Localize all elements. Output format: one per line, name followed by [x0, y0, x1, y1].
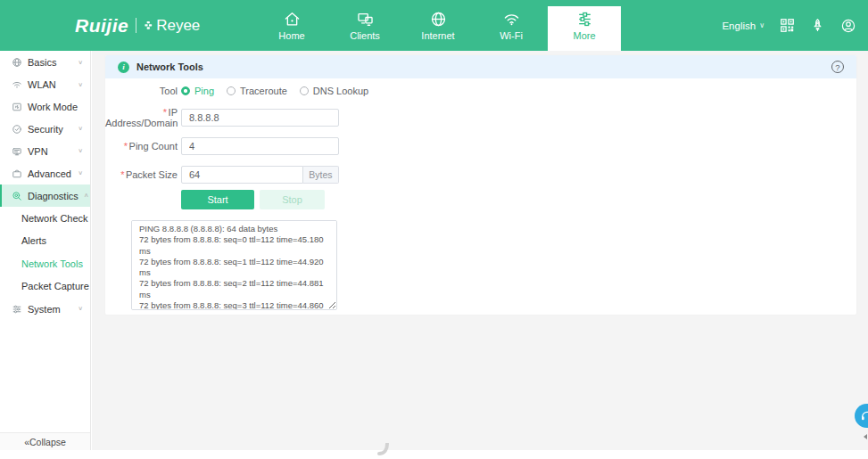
nav-tab-more[interactable]: More: [548, 0, 621, 51]
sidebar-item-label: Packet Capture: [21, 281, 89, 291]
packet-size-label: Packet Size: [126, 169, 178, 180]
briefcase-icon: [12, 168, 22, 179]
sidebar-item-security[interactable]: Security ∨: [0, 118, 90, 140]
language-selector[interactable]: English ∨: [722, 20, 765, 31]
nav-tab-label: Wi-Fi: [500, 30, 523, 41]
nav-tab-wifi[interactable]: Wi-Fi: [475, 0, 548, 51]
bytes-unit-addon: Bytes: [303, 166, 339, 184]
ip-address-label: IP Address/Domain: [105, 107, 178, 128]
sidebar-item-label: WLAN: [28, 79, 56, 90]
radio-checked-icon: [181, 86, 190, 95]
main-nav: Home Clients Internet Wi-Fi: [255, 0, 621, 51]
brand-logo: Ruijie Reyee: [75, 0, 200, 51]
magnifier-icon: [12, 191, 22, 201]
required-marker: *: [120, 169, 124, 180]
stop-button[interactable]: Stop: [260, 190, 325, 209]
packet-size-row: *Packet Size Bytes: [105, 166, 339, 184]
sidebar-item-label: Basics: [28, 57, 56, 68]
sidebar-item-alerts[interactable]: Alerts: [0, 230, 90, 253]
sidebar-item-vpn[interactable]: VPN ∨: [0, 140, 90, 162]
work-mode-icon: [12, 102, 22, 112]
nav-tab-clients[interactable]: Clients: [328, 0, 401, 51]
sidebar: Basics ∨ WLAN ∨ Work Mode Security ∨ VPN…: [0, 51, 91, 450]
ping-count-row: *Ping Count: [105, 137, 339, 155]
top-navbar: Ruijie Reyee Home Clients: [0, 0, 868, 51]
navbar-utilities: English ∨: [722, 0, 856, 51]
chevron-down-icon: ∨: [78, 81, 83, 87]
radio-dns-lookup[interactable]: DNS Lookup: [300, 86, 368, 96]
required-marker: *: [123, 141, 127, 152]
headset-icon: [860, 409, 868, 423]
info-icon: i: [118, 61, 129, 73]
reyee-hive-icon: [144, 20, 153, 30]
panel-header: i Network Tools ?: [105, 55, 856, 78]
qr-code-icon[interactable]: [780, 18, 795, 33]
globe-icon: [12, 57, 22, 68]
language-label: English: [722, 20, 756, 31]
chevron-down-icon: ∨: [78, 148, 83, 154]
nav-tab-home[interactable]: Home: [255, 0, 328, 51]
nav-tab-label: Clients: [350, 30, 380, 41]
chevron-up-icon: ∧: [84, 193, 89, 199]
sliders-icon: [12, 304, 22, 315]
router-admin-screen: Ruijie Reyee Home Clients: [0, 0, 868, 459]
logo-divider: [136, 18, 136, 33]
ruijie-wordmark: Ruijie: [75, 15, 128, 37]
account-icon[interactable]: [840, 18, 856, 34]
collapse-widget-arrow-icon[interactable]: [861, 434, 867, 439]
sidebar-item-label: Work Mode: [28, 102, 78, 112]
ip-address-row: *IP Address/Domain: [105, 109, 339, 127]
required-marker: *: [162, 107, 166, 118]
sidebar-item-label: Security: [28, 124, 63, 135]
collapse-button[interactable]: «Collapse: [0, 432, 90, 450]
sidebar-item-label: Network Check: [21, 213, 88, 224]
ping-output-textarea[interactable]: PING 8.8.8.8 (8.8.8.8): 64 data bytes 72…: [131, 220, 337, 310]
radio-unchecked-icon: [300, 86, 309, 95]
ping-count-label: Ping Count: [129, 141, 178, 152]
chevron-down-icon: ∨: [78, 59, 83, 65]
nav-tab-label: More: [573, 30, 595, 41]
sidebar-item-system[interactable]: System ∨: [0, 298, 90, 320]
ip-address-input[interactable]: [181, 109, 339, 127]
sidebar-item-work-mode[interactable]: Work Mode: [0, 95, 90, 118]
collapse-label: «Collapse: [24, 437, 66, 447]
radio-unchecked-icon: [227, 86, 236, 95]
bottom-strip: [0, 450, 868, 459]
nav-tab-label: Home: [278, 30, 304, 41]
packet-size-input[interactable]: [181, 166, 303, 184]
chevron-down-icon: ∨: [78, 126, 83, 132]
sidebar-item-network-tools[interactable]: Network Tools: [0, 252, 90, 275]
vpn-icon: [12, 146, 22, 157]
rocket-icon[interactable]: [810, 18, 825, 33]
sidebar-item-label: Network Tools: [21, 258, 83, 269]
sidebar-item-network-check[interactable]: Network Check: [0, 207, 90, 230]
internet-globe-icon: [430, 11, 447, 28]
help-icon[interactable]: ?: [831, 61, 844, 73]
reyee-wordmark: Reyee: [156, 17, 200, 35]
wifi-icon: [503, 11, 520, 28]
swoosh-decoration: [376, 443, 391, 455]
sidebar-item-label: System: [28, 304, 61, 315]
sidebar-item-label: Alerts: [21, 235, 46, 246]
sidebar-item-label: VPN: [28, 146, 48, 157]
sidebar-item-wlan[interactable]: WLAN ∨: [0, 73, 90, 95]
sidebar-item-basics[interactable]: Basics ∨: [0, 51, 90, 73]
sidebar-item-label: Advanced: [28, 168, 71, 179]
nav-tab-label: Internet: [421, 30, 454, 41]
sidebar-item-advanced[interactable]: Advanced ∨: [0, 162, 90, 184]
start-button[interactable]: Start: [181, 190, 254, 209]
sidebar-item-packet-capture[interactable]: Packet Capture: [0, 275, 90, 299]
radio-ping[interactable]: Ping: [181, 86, 214, 96]
chevron-down-icon: ∨: [78, 306, 83, 312]
ping-count-input[interactable]: [181, 137, 339, 155]
nav-tab-internet[interactable]: Internet: [401, 0, 475, 51]
clients-icon: [357, 11, 374, 28]
panel-title: Network Tools: [136, 61, 203, 72]
network-tools-panel: i Network Tools ? Tool Ping Traceroute D…: [105, 55, 856, 315]
sidebar-item-label: Diagnostics: [28, 191, 79, 201]
chevron-down-icon: ∨: [78, 170, 83, 176]
radio-traceroute[interactable]: Traceroute: [227, 86, 287, 96]
sidebar-item-diagnostics[interactable]: Diagnostics ∧: [0, 184, 90, 207]
home-icon: [284, 11, 301, 28]
tool-label: Tool: [105, 86, 178, 96]
